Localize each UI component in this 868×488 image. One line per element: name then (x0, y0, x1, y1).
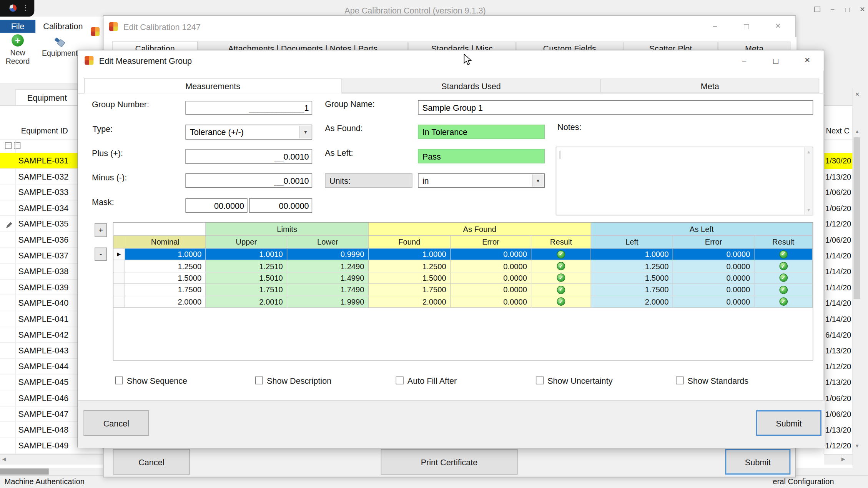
cell-upper[interactable]: 1.5010 (206, 272, 288, 284)
cell-found-result[interactable]: ✓ (531, 284, 591, 296)
panel-close-icon[interactable]: × (855, 90, 860, 98)
cell-found-error[interactable]: 0.0000 (451, 296, 531, 308)
cell-left-result[interactable]: ✓ (755, 260, 813, 272)
scroll-down-icon[interactable]: ▼ (855, 443, 860, 448)
column-header-nominal[interactable]: Nominal (125, 236, 206, 248)
close-icon[interactable]: × (794, 52, 820, 69)
cell-found[interactable]: 1.7500 (369, 284, 451, 296)
cell-left[interactable]: 1.0000 (591, 249, 673, 261)
cell-found-result[interactable]: ✓ (531, 296, 591, 308)
minimize-icon[interactable]: − (731, 52, 757, 69)
cell-nominal[interactable]: 1.5000 (125, 272, 206, 284)
cell-left-error[interactable]: 0.0000 (673, 249, 755, 261)
filter-icon-1[interactable] (5, 142, 12, 149)
maximize-icon[interactable]: □ (733, 17, 760, 35)
cell-left-result[interactable]: ✓ (755, 249, 813, 261)
type-select[interactable]: Tolerance (+/-) ▾ (185, 125, 312, 140)
cell-found[interactable]: 2.0000 (369, 296, 451, 308)
cell-found-error[interactable]: 0.0000 (451, 284, 531, 296)
overflow-menu-icon[interactable]: ⋮ (22, 3, 30, 12)
auto-fill-after-checkbox[interactable] (396, 376, 404, 384)
vertical-scrollbar-thumb[interactable] (853, 137, 860, 299)
cell-left[interactable]: 1.7500 (591, 284, 673, 296)
cell-found-error[interactable]: 0.0000 (451, 272, 531, 284)
cell-lower[interactable]: 1.4990 (287, 272, 369, 284)
column-header-error[interactable]: Error (451, 236, 531, 248)
column-header-left[interactable]: Left (591, 236, 673, 248)
edit-calibration-titlebar[interactable]: Edit Calibration 1247 − □ × (103, 16, 795, 37)
equipment-button[interactable]: Equipment (43, 35, 76, 74)
equipment-id-header[interactable]: Equipment ID (21, 126, 68, 135)
remove-row-button[interactable]: - (95, 248, 107, 261)
cell-upper[interactable]: 1.7510 (206, 284, 288, 296)
measurement-titlebar[interactable]: Edit Measurement Group − □ × (78, 50, 824, 70)
chevron-down-icon[interactable]: ▾ (532, 175, 544, 187)
show-sequence-checkbox[interactable] (115, 376, 123, 384)
main-hscroll-left[interactable] (0, 454, 103, 465)
cell-upper[interactable]: 1.2510 (206, 260, 288, 272)
notes-textarea[interactable]: ▲ ▼ (556, 147, 813, 216)
file-menu-button[interactable]: File (0, 20, 35, 33)
scroll-up-icon[interactable]: ▲ (806, 150, 811, 155)
new-record-button[interactable]: + New Record (3, 34, 32, 73)
cell-found-error[interactable]: 0.0000 (451, 260, 531, 272)
cell-upper[interactable]: 2.0010 (206, 296, 288, 308)
ribbon-tab-calibration[interactable]: Calibration (43, 22, 83, 31)
cell-nominal[interactable]: 1.7500 (125, 284, 206, 296)
row-gutter[interactable] (113, 284, 125, 296)
plus-input[interactable]: __0.0010 (185, 149, 312, 164)
row-gutter[interactable] (113, 296, 125, 308)
minus-input[interactable]: __0.0010 (185, 173, 312, 188)
maximize-icon[interactable]: □ (763, 52, 789, 69)
cell-left-error[interactable]: 0.0000 (673, 260, 755, 272)
column-header-found[interactable]: Found (369, 236, 451, 248)
cell-left[interactable]: 1.5000 (591, 272, 673, 284)
column-header-lower[interactable]: Lower (287, 236, 369, 248)
overlay-logo-icon[interactable] (9, 5, 17, 12)
mask-input-1[interactable]: 00.0000 (185, 198, 247, 213)
column-header-result[interactable]: Result (531, 236, 591, 248)
window-tool-icon[interactable] (810, 3, 824, 16)
cell-found-result[interactable]: ✓ (531, 260, 591, 272)
print-certificate-button[interactable]: Print Certificate (381, 449, 518, 475)
next-cal-header[interactable]: Next C (826, 126, 850, 135)
cancel-button[interactable]: Cancel (113, 449, 190, 475)
equipment-panel-tab[interactable]: Equipment (15, 89, 78, 106)
cell-left-error[interactable]: 0.0000 (673, 284, 755, 296)
group-name-input[interactable]: Sample Group 1 (418, 100, 813, 115)
main-hscroll-right[interactable] (824, 454, 852, 465)
minimize-icon[interactable]: − (702, 17, 728, 35)
scroll-right-icon[interactable]: ▶ (841, 457, 845, 462)
units-select[interactable]: in ▾ (418, 173, 545, 188)
column-header-result-left[interactable]: Result (755, 236, 813, 248)
scroll-down-icon[interactable]: ▼ (806, 208, 811, 213)
submit-button[interactable]: Submit (756, 410, 821, 436)
cell-lower[interactable]: 1.2490 (287, 260, 369, 272)
filter-icon-2[interactable] (14, 142, 20, 149)
add-row-button[interactable]: + (95, 223, 107, 237)
show-uncertainty-checkbox[interactable] (536, 376, 544, 384)
cell-found-result[interactable]: ✓ (531, 272, 591, 284)
cell-lower[interactable]: 1.9990 (287, 296, 369, 308)
cell-nominal[interactable]: 2.0000 (125, 296, 206, 308)
cell-left-result[interactable]: ✓ (755, 284, 813, 296)
row-gutter[interactable] (113, 260, 125, 272)
cell-left-error[interactable]: 0.0000 (673, 296, 755, 308)
cell-left[interactable]: 1.2500 (591, 260, 673, 272)
close-icon[interactable]: × (856, 3, 868, 16)
close-icon[interactable]: × (765, 17, 791, 35)
cell-left[interactable]: 2.0000 (591, 296, 673, 308)
scroll-left-icon[interactable]: ◀ (2, 457, 6, 462)
cell-lower[interactable]: 0.9990 (287, 249, 369, 261)
cell-upper[interactable]: 1.0010 (206, 249, 288, 261)
cell-found[interactable]: 1.2500 (369, 260, 451, 272)
row-indicator[interactable]: ▶ (113, 249, 125, 261)
row-gutter[interactable] (113, 272, 125, 284)
notes-scrollbar[interactable]: ▲ ▼ (804, 147, 813, 215)
cell-left-result[interactable]: ✓ (755, 296, 813, 308)
cell-found[interactable]: 1.0000 (369, 249, 451, 261)
group-number-input[interactable]: ____________1 (185, 101, 312, 115)
column-header-upper[interactable]: Upper (206, 236, 288, 248)
cell-found-error[interactable]: 0.0000 (451, 249, 531, 261)
scroll-up-icon[interactable]: ▲ (855, 129, 860, 134)
